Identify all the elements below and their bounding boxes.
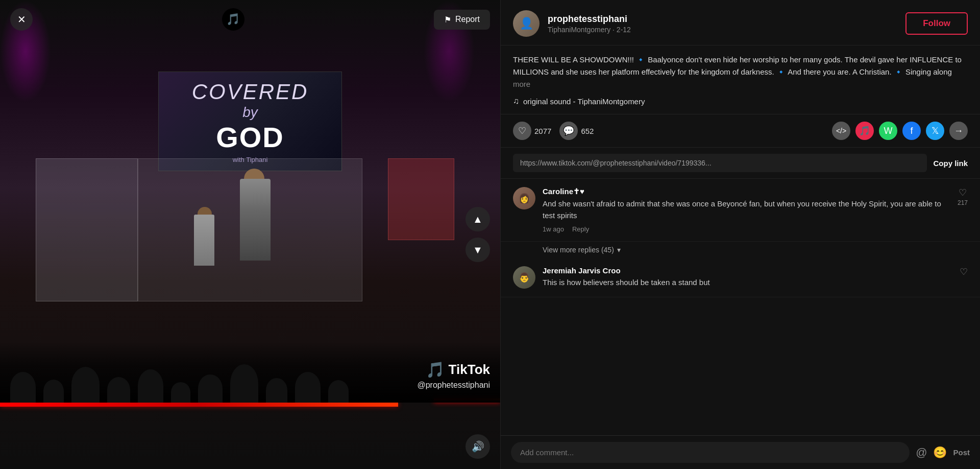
audience-head <box>295 372 321 403</box>
description-text: THERE WILL BE A SHOWDOWN!!! 🔹 Baalyonce … <box>513 54 968 90</box>
caroline-username: Caroline✝♥ <box>543 187 950 196</box>
like-action[interactable]: ♡ 2077 <box>513 122 551 140</box>
action-bar: ♡ 2077 💬 652 </> 🎵 W f 𝕏 → <box>501 114 980 148</box>
nav-up-button[interactable]: ▲ <box>465 207 490 231</box>
description-content: THERE WILL BE A SHOWDOWN!!! 🔹 Baalyonce … <box>513 55 962 76</box>
comment-action[interactable]: 💬 652 <box>559 122 594 140</box>
tiktok-logo-text: 🎵 TikTok <box>426 361 490 379</box>
screen-text-by: by <box>242 104 258 121</box>
caroline-reply-button[interactable]: Reply <box>572 225 589 233</box>
music-note-icon: ♫ <box>513 97 519 106</box>
report-label: Report <box>455 15 480 24</box>
caroline-like-count: 217 <box>958 199 968 206</box>
jeremiah-like-icon[interactable]: ♡ <box>960 266 968 277</box>
audience-head <box>230 364 258 403</box>
sound-info: ♫ original sound - TiphaniMontgomery <box>513 97 968 106</box>
post-button[interactable]: Post <box>953 448 970 457</box>
view-more-replies-button[interactable]: View more replies (45) ▾ <box>501 242 980 258</box>
audience-head <box>10 372 36 403</box>
share-twitter-button[interactable]: 𝕏 <box>926 122 944 140</box>
nav-down-button[interactable]: ▼ <box>465 238 490 262</box>
jeremiah-comment-body: Jeremiah Jarvis Croo This is how believe… <box>543 266 952 289</box>
caroline-avatar: 👩 <box>513 187 535 209</box>
comment-item: 👩 Caroline✝♥ And she wasn't afraid to ad… <box>501 179 980 242</box>
author-name: prophetesstiphani <box>548 14 897 25</box>
video-link: https://www.tiktok.com/@prophetesstiphan… <box>513 154 927 172</box>
share-forward-button[interactable]: → <box>949 122 968 140</box>
avatar-icon: 👨 <box>519 272 530 283</box>
video-panel: COVERED by GOD with Tiphani <box>0 0 500 469</box>
stage-panel-left <box>36 158 138 301</box>
audience-head <box>71 367 100 403</box>
author-meta: TiphaniMontgomery · 2-12 <box>548 26 897 34</box>
navigation-arrows: ▲ ▼ <box>465 207 490 262</box>
close-button[interactable]: ✕ <box>10 8 33 31</box>
comments-section: 👩 Caroline✝♥ And she wasn't afraid to ad… <box>501 179 980 435</box>
video-background: COVERED by GOD with Tiphani <box>0 0 500 469</box>
audience-head <box>198 374 223 403</box>
audience-head <box>107 377 130 403</box>
report-icon: ⚑ <box>444 15 451 25</box>
heart-icon: ♡ <box>513 122 531 140</box>
audience-head <box>43 380 64 403</box>
comment-input[interactable] <box>511 442 910 463</box>
screen-text-covered: COVERED <box>192 80 309 104</box>
audience-head <box>171 382 190 403</box>
chevron-up-icon: ▲ <box>473 214 483 225</box>
tiktok-watermark: 🎵 TikTok @prophetesstiphani <box>417 361 490 390</box>
tiktok-top-logo: 🎵 <box>222 8 244 31</box>
caroline-like: ♡ 217 <box>958 187 968 233</box>
audience-head <box>138 369 163 403</box>
jeremiah-like: ♡ <box>960 266 968 289</box>
audience-head <box>328 380 349 403</box>
report-button[interactable]: ⚑ Report <box>434 10 490 30</box>
author-avatar: 👤 <box>513 10 540 37</box>
view-more-text: View more replies (45) <box>543 246 614 254</box>
jeremiah-avatar: 👨 <box>513 266 535 289</box>
tiktok-handle: @prophetesstiphani <box>417 381 490 390</box>
volume-icon: 🔊 <box>472 440 484 453</box>
avatar-icon: 👩 <box>519 193 530 204</box>
comments-panel: 👤 prophetesstiphani TiphaniMontgomery · … <box>500 0 980 469</box>
chevron-down-icon: ▼ <box>473 244 483 256</box>
volume-button[interactable]: 🔊 <box>465 434 490 459</box>
caroline-comment-body: Caroline✝♥ And she wasn't afraid to admi… <box>543 187 950 233</box>
caroline-like-icon[interactable]: ♡ <box>959 187 967 198</box>
tiktok-icon: 🎵 <box>226 13 240 26</box>
share-whatsapp-button[interactable]: W <box>879 122 897 140</box>
video-top-controls: ✕ 🎵 ⚑ Report <box>0 0 500 39</box>
caroline-comment-meta: 1w ago Reply <box>543 225 950 233</box>
child-on-stage <box>194 215 214 266</box>
avatar-icon: 👤 <box>520 17 533 30</box>
comment-icon: 💬 <box>559 122 578 140</box>
share-icons: </> 🎵 W f 𝕏 → <box>832 122 968 140</box>
video-description: THERE WILL BE A SHOWDOWN!!! 🔹 Baalyonce … <box>501 45 980 114</box>
embed-button[interactable]: </> <box>832 122 850 140</box>
jeremiah-comment-text: This is how believers should be taken a … <box>543 277 952 289</box>
sound-text: original sound - TiphaniMontgomery <box>523 97 645 106</box>
stage-panel-right <box>388 158 454 240</box>
stage-screen: COVERED by GOD with Tiphani <box>158 72 342 171</box>
caroline-comment-time: 1w ago <box>543 225 564 233</box>
link-bar: https://www.tiktok.com/@prophetesstiphan… <box>501 148 980 179</box>
audience-head <box>266 378 287 403</box>
person-on-stage <box>240 179 271 261</box>
author-info: prophetesstiphani TiphaniMontgomery · 2-… <box>548 14 897 34</box>
comment-input-bar: @ 😊 Post <box>501 435 980 469</box>
description-more[interactable]: more <box>513 80 530 88</box>
copy-link-button[interactable]: Copy link <box>933 159 968 168</box>
emoji-icon[interactable]: 😊 <box>933 446 947 459</box>
like-count: 2077 <box>534 127 551 135</box>
red-led-strip-bottom <box>0 403 398 407</box>
chevron-down-icon: ▾ <box>617 246 621 254</box>
tiktok-brand-name: TikTok <box>449 362 490 378</box>
jeremiah-username: Jeremiah Jarvis Croo <box>543 266 952 275</box>
tiktok-logo-icon: 🎵 <box>426 361 445 379</box>
screen-text-god: GOD <box>216 121 284 154</box>
follow-button[interactable]: Follow <box>905 12 968 35</box>
share-facebook-button[interactable]: f <box>902 122 921 140</box>
caroline-comment-text: And she wasn't afraid to admit that she … <box>543 198 950 221</box>
author-header: 👤 prophetesstiphani TiphaniMontgomery · … <box>501 0 980 45</box>
share-tiktok-button[interactable]: 🎵 <box>855 122 874 140</box>
at-icon[interactable]: @ <box>916 446 927 459</box>
